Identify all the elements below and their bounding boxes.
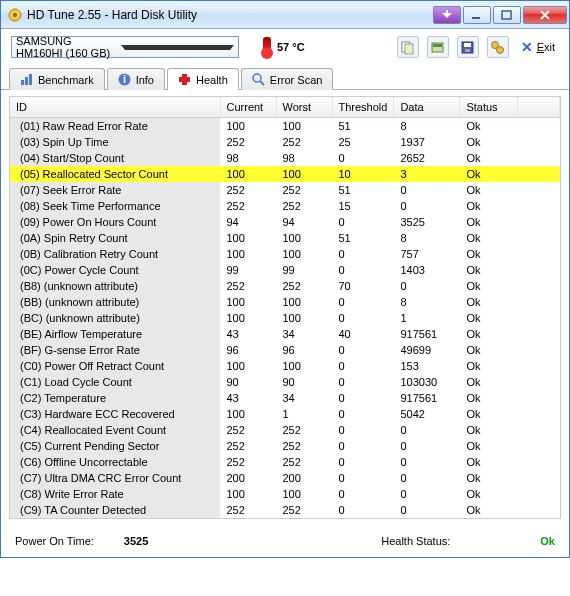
table-row[interactable]: (C1) Load Cycle Count90900103030Ok [10, 374, 560, 390]
attr-data: 1937 [394, 134, 460, 150]
attr-id: (C2) Temperature [10, 390, 220, 406]
attr-id: (08) Seek Time Performance [10, 198, 220, 214]
attr-id: (0B) Calibration Retry Count [10, 246, 220, 262]
attr-id: (BF) G-sense Error Rate [10, 342, 220, 358]
attr-status: Ok [460, 230, 518, 246]
attr-empty [518, 390, 560, 406]
attr-data: 1 [394, 310, 460, 326]
table-row[interactable]: (BE) Airflow Temperature433440917561Ok [10, 326, 560, 342]
table-row[interactable]: (09) Power On Hours Count949403525Ok [10, 214, 560, 230]
attr-current: 252 [220, 502, 276, 518]
attr-worst: 100 [276, 166, 332, 182]
attr-current: 96 [220, 342, 276, 358]
svg-rect-3 [472, 17, 480, 19]
col-header-threshold[interactable]: Threshold [332, 97, 394, 118]
drive-select-value: SAMSUNG HM160HI (160 GB) [16, 35, 121, 59]
attr-id: (C8) Write Error Rate [10, 486, 220, 502]
screenshot-button[interactable] [427, 36, 449, 58]
attr-threshold: 70 [332, 278, 394, 294]
table-row[interactable]: (08) Seek Time Performance252252150Ok [10, 198, 560, 214]
svg-rect-14 [21, 80, 24, 85]
attr-id: (0A) Spin Retry Count [10, 230, 220, 246]
col-header-id[interactable]: ID [10, 97, 220, 118]
table-row[interactable]: (B8) (unknown attribute)252252700Ok [10, 278, 560, 294]
table-row[interactable]: (C5) Current Pending Sector25225200Ok [10, 438, 560, 454]
save-button[interactable] [457, 36, 479, 58]
attr-data: 2652 [394, 150, 460, 166]
tab-errorscan[interactable]: Error Scan [241, 68, 334, 90]
attr-current: 100 [220, 294, 276, 310]
attr-status: Ok [460, 150, 518, 166]
attr-worst: 100 [276, 486, 332, 502]
close-button[interactable] [523, 6, 567, 24]
attr-empty [518, 310, 560, 326]
minimize-button[interactable] [463, 6, 491, 24]
table-row[interactable]: (03) Spin Up Time252252251937Ok [10, 134, 560, 150]
table-row[interactable]: (0C) Power Cycle Count999901403Ok [10, 262, 560, 278]
table-row[interactable]: (C0) Power Off Retract Count1001000153Ok [10, 358, 560, 374]
col-header-status[interactable]: Status [460, 97, 518, 118]
attr-current: 43 [220, 390, 276, 406]
attr-id: (C0) Power Off Retract Count [10, 358, 220, 374]
attr-worst: 252 [276, 502, 332, 518]
attr-status: Ok [460, 278, 518, 294]
attr-id: (BC) (unknown attribute) [10, 310, 220, 326]
table-row[interactable]: (C2) Temperature43340917561Ok [10, 390, 560, 406]
attr-empty [518, 358, 560, 374]
exit-button[interactable]: ✕ Exit [517, 39, 559, 55]
table-row[interactable]: (C7) Ultra DMA CRC Error Count20020000Ok [10, 470, 560, 486]
titlebar[interactable]: HD Tune 2.55 - Hard Disk Utility [1, 1, 569, 29]
attr-empty [518, 134, 560, 150]
table-row[interactable]: (0B) Calibration Retry Count1001000757Ok [10, 246, 560, 262]
attr-status: Ok [460, 262, 518, 278]
attr-data: 0 [394, 198, 460, 214]
footer: Power On Time: 3525 Health Status: Ok [1, 527, 569, 557]
attr-current: 100 [220, 118, 276, 135]
attr-threshold: 0 [332, 406, 394, 422]
table-row[interactable]: (05) Reallocated Sector Count100100103Ok [10, 166, 560, 182]
table-row[interactable]: (BC) (unknown attribute)10010001Ok [10, 310, 560, 326]
col-header-current[interactable]: Current [220, 97, 276, 118]
attr-current: 100 [220, 486, 276, 502]
col-header-empty[interactable] [518, 97, 560, 118]
svg-point-1 [13, 13, 17, 17]
table-row[interactable]: (BB) (unknown attribute)10010008Ok [10, 294, 560, 310]
table-row[interactable]: (C3) Hardware ECC Recovered100105042Ok [10, 406, 560, 422]
attr-id: (C1) Load Cycle Count [10, 374, 220, 390]
table-row[interactable]: (C4) Reallocated Event Count25225200Ok [10, 422, 560, 438]
attr-current: 252 [220, 278, 276, 294]
tab-benchmark[interactable]: Benchmark [9, 68, 105, 90]
attr-threshold: 0 [332, 454, 394, 470]
options-button[interactable] [487, 36, 509, 58]
attr-data: 3 [394, 166, 460, 182]
table-row[interactable]: (BF) G-sense Error Rate9696049699Ok [10, 342, 560, 358]
svg-point-13 [497, 46, 504, 53]
attr-current: 98 [220, 150, 276, 166]
table-row[interactable]: (C8) Write Error Rate10010000Ok [10, 486, 560, 502]
table-row[interactable]: (C6) Offline Uncorrectable25225200Ok [10, 454, 560, 470]
tab-info[interactable]: i Info [107, 68, 165, 90]
table-row[interactable]: (C9) TA Counter Detected25225200Ok [10, 502, 560, 518]
attr-worst: 252 [276, 198, 332, 214]
attr-id: (05) Reallocated Sector Count [10, 166, 220, 182]
copy-info-button[interactable] [397, 36, 419, 58]
maximize-button[interactable] [493, 6, 521, 24]
attr-id: (B8) (unknown attribute) [10, 278, 220, 294]
attr-status: Ok [460, 118, 518, 135]
drive-select[interactable]: SAMSUNG HM160HI (160 GB) [11, 36, 239, 58]
attr-empty [518, 278, 560, 294]
extra-window-button[interactable] [433, 6, 461, 24]
attr-threshold: 0 [332, 342, 394, 358]
tab-health[interactable]: Health [167, 68, 239, 90]
table-row[interactable]: (0A) Spin Retry Count100100518Ok [10, 230, 560, 246]
power-on-label: Power On Time: [15, 535, 94, 547]
attr-empty [518, 182, 560, 198]
table-row[interactable]: (04) Start/Stop Count989802652Ok [10, 150, 560, 166]
table-row[interactable]: (07) Seek Error Rate252252510Ok [10, 182, 560, 198]
table-row[interactable]: (01) Raw Read Error Rate100100518Ok [10, 118, 560, 135]
attr-current: 200 [220, 470, 276, 486]
col-header-data[interactable]: Data [394, 97, 460, 118]
attr-id: (04) Start/Stop Count [10, 150, 220, 166]
attr-status: Ok [460, 470, 518, 486]
col-header-worst[interactable]: Worst [276, 97, 332, 118]
